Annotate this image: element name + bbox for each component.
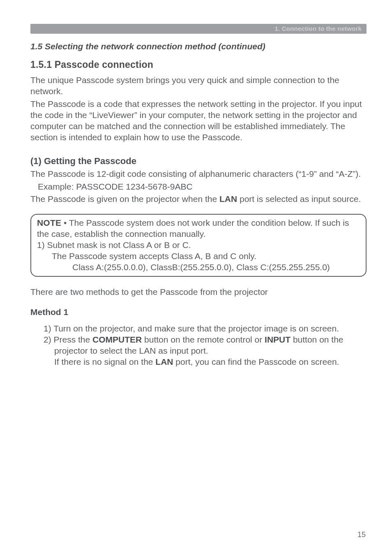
text-fragment: If there is no signal on the [54,357,155,366]
note-box: NOTE • The Passcode system does not work… [30,214,367,276]
para-intro-2: The Passcode is a code that expresses th… [30,99,367,143]
step-2-continued: If there is no signal on the LAN port, y… [44,357,367,368]
chapter-label: 1. Connection to the network [275,25,362,32]
text-fragment: port is selected as input source. [237,194,361,204]
passcode-format: The Passcode is 12-digit code consisting… [30,169,367,180]
note-label: NOTE [37,218,61,227]
note-line-1: NOTE • The Passcode system does not work… [37,218,360,240]
lan-term: LAN [219,194,237,204]
note-text-1: • The Passcode system does not work unde… [37,218,349,239]
getting-passcode-title: (1) Getting the Passcode [30,155,367,167]
section-1-5-1-body: The unique Passcode system brings you ve… [30,75,367,143]
text-fragment: port, you can find the Passcode on scree… [173,357,339,366]
para-intro-1: The unique Passcode system brings you ve… [30,75,367,97]
note-line-2: 1) Subnet mask is not Class A or B or C. [37,240,360,251]
section-continued-title: 1.5 Selecting the network connection met… [30,41,367,52]
passcode-example: Example: PASSCODE 1234-5678-9ABC [30,181,367,192]
section-1-5-1-title: 1.5.1 Passcode connection [30,59,367,71]
step-1: 1) Turn on the projector, and make sure … [44,323,367,334]
text-fragment: The Passcode is given on the projector w… [30,194,219,204]
text-fragment: button on the remote control or [142,335,265,344]
note-line-3: The Passcode system accepts Class A, B a… [37,251,360,262]
computer-term: COMPUTER [92,335,142,344]
lan-term-2: LAN [155,357,173,366]
getting-passcode-body: The Passcode is 12-digit code consisting… [30,169,367,205]
methods-intro: There are two methods to get the Passcod… [30,287,367,298]
method-1-label: Method 1 [30,307,367,318]
method-1-steps: 1) Turn on the projector, and make sure … [30,323,367,368]
page-number: 15 [357,530,366,540]
step-2: 2) Press the COMPUTER button on the remo… [44,334,367,357]
passcode-given: The Passcode is given on the projector w… [30,194,367,205]
input-term: INPUT [265,335,291,344]
text-fragment: 2) Press the [44,335,92,344]
note-line-4: Class A:(255.0.0.0), ClassB:(255.255.0.0… [37,262,360,273]
chapter-header-bar: 1. Connection to the network [30,24,367,34]
